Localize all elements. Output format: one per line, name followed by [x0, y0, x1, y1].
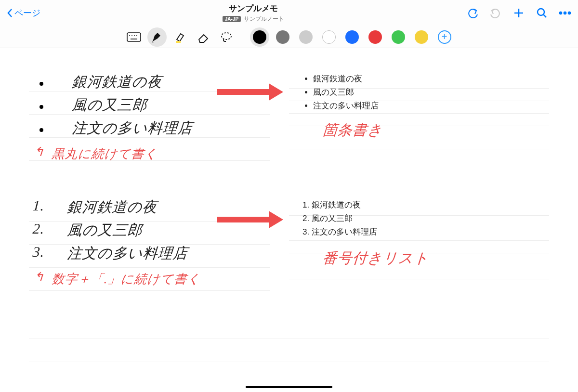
- color-yellow[interactable]: [412, 27, 431, 47]
- bullet-dot: [39, 82, 43, 86]
- eraser-tool[interactable]: [194, 27, 213, 47]
- arrow-icon: [217, 212, 284, 229]
- tool-separator: [243, 30, 243, 44]
- list-item: 風の又三郎: [312, 212, 377, 225]
- title-block: サンプルメモ JA-JP サンプルノート: [40, 3, 466, 23]
- svg-point-2: [538, 9, 544, 15]
- swatch-blue-icon: [345, 30, 359, 44]
- highlighter-tool[interactable]: [171, 27, 190, 47]
- swatch-red-icon: [368, 30, 382, 44]
- color-black[interactable]: [250, 27, 269, 47]
- hw-number-item: 銀河鉄道の夜: [67, 197, 158, 217]
- home-indicator[interactable]: [246, 386, 332, 388]
- list-item: 注文の多い料理店: [312, 225, 377, 239]
- keyboard-tool[interactable]: [124, 27, 144, 47]
- hw-number-item: 風の又三郎: [67, 221, 144, 240]
- svg-point-6: [568, 12, 571, 14]
- color-white[interactable]: [319, 27, 339, 47]
- eraser-icon: [197, 31, 210, 43]
- color-grey[interactable]: [273, 27, 292, 47]
- svg-point-4: [559, 12, 562, 14]
- list-item: 風の又三郎: [313, 86, 379, 99]
- tool-row: +: [0, 26, 578, 48]
- redo-button[interactable]: [489, 7, 502, 19]
- add-button[interactable]: [512, 7, 525, 19]
- undo-button[interactable]: [466, 7, 479, 19]
- language-badge: JA-JP: [223, 16, 241, 22]
- plus-icon: [513, 7, 525, 19]
- swatch-grey-icon: [276, 30, 289, 44]
- swatch-green-icon: [392, 30, 405, 44]
- lasso-icon: [220, 31, 233, 43]
- swatch-white-icon: [322, 30, 336, 44]
- hw-bullet-item: 風の又三郎: [72, 95, 148, 115]
- arrow-icon: [217, 84, 284, 102]
- svg-point-14: [222, 33, 231, 39]
- hw-bullet-item: 銀河鉄道の夜: [72, 72, 163, 92]
- converted-bullets-label: 箇条書き: [322, 120, 384, 140]
- chevron-left-icon: [7, 8, 13, 18]
- note-title: サンプルメモ: [40, 3, 466, 14]
- hw-number-prefix: 2.: [32, 221, 45, 237]
- svg-point-5: [564, 12, 566, 14]
- more-button[interactable]: [559, 7, 571, 19]
- highlighter-icon: [174, 31, 186, 43]
- redo-icon: [489, 8, 502, 18]
- swatch-yellow-icon: [415, 30, 428, 44]
- swatch-lightgrey-icon: [299, 30, 313, 44]
- bullet-dot: [39, 105, 43, 109]
- hw-number-prefix: 1.: [32, 197, 45, 214]
- hw-annotation: 黒丸に続けて書く: [52, 145, 158, 162]
- swatch-black-icon: [253, 30, 266, 44]
- search-icon: [536, 7, 548, 19]
- color-red[interactable]: [366, 27, 385, 47]
- keyboard-icon: [127, 32, 141, 42]
- color-green[interactable]: [389, 27, 408, 47]
- search-button[interactable]: [536, 7, 548, 19]
- list-item: 銀河鉄道の夜: [312, 198, 377, 212]
- ellipsis-icon: [559, 11, 571, 15]
- hw-number-prefix: 3.: [32, 244, 45, 260]
- undo-icon: [466, 8, 479, 18]
- color-blue[interactable]: [342, 27, 362, 47]
- bullet-dot: [39, 128, 43, 132]
- converted-numbers-label: 番号付きリスト: [322, 248, 430, 268]
- converted-bullet-list: 銀河鉄道の夜 風の又三郎 注文の多い料理店: [303, 72, 379, 113]
- add-color-icon: +: [438, 30, 451, 44]
- list-item: 銀河鉄道の夜: [313, 72, 379, 86]
- hw-bullet-item: 注文の多い料理店: [72, 118, 194, 138]
- note-canvas[interactable]: 銀河鉄道の夜 風の又三郎 注文の多い料理店 ↰ 黒丸に続けて書く 銀河鉄道の夜 …: [0, 48, 578, 392]
- color-light-grey[interactable]: [296, 27, 315, 47]
- lasso-tool[interactable]: [217, 27, 236, 47]
- svg-line-3: [543, 14, 546, 17]
- hw-annotation: 数字＋「.」に続けて書く: [52, 271, 201, 287]
- add-color[interactable]: +: [435, 27, 454, 47]
- pen-icon: [151, 31, 163, 43]
- back-button[interactable]: ページ: [7, 7, 40, 19]
- hw-number-item: 注文の多い料理店: [67, 244, 189, 263]
- notebook-name: サンプルノート: [244, 15, 284, 23]
- arrow-up-marker: ↰: [33, 144, 45, 159]
- arrow-up-marker: ↰: [33, 270, 45, 285]
- list-item: 注文の多い料理店: [313, 99, 379, 113]
- pen-tool[interactable]: [147, 27, 167, 47]
- back-label: ページ: [14, 7, 40, 19]
- svg-rect-7: [127, 33, 141, 41]
- converted-numbered-list: 銀河鉄道の夜 風の又三郎 注文の多い料理店: [300, 198, 377, 239]
